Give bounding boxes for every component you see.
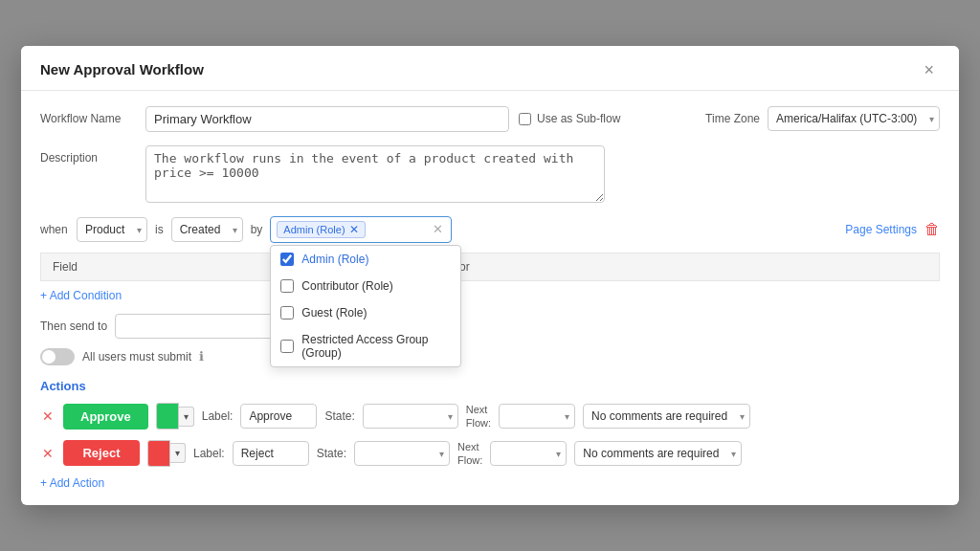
entity-select-wrap: Product bbox=[77, 217, 147, 242]
admin-role-tag-label: Admin (Role) bbox=[283, 224, 345, 235]
conditions-table-header-row: Field Operator bbox=[41, 253, 940, 280]
modal-title: New Approval Workflow bbox=[40, 61, 204, 77]
row-delete-icon[interactable]: 🗑 bbox=[924, 221, 940, 238]
is-label: is bbox=[155, 223, 164, 236]
approve-button[interactable]: Approve bbox=[63, 404, 148, 430]
operator-column-header: Operator bbox=[412, 253, 940, 280]
dropdown-checkbox-admin[interactable] bbox=[280, 253, 294, 266]
subflow-checkbox[interactable] bbox=[519, 113, 531, 125]
timezone-label: Time Zone bbox=[705, 112, 760, 125]
reject-comments-select[interactable]: No comments are required bbox=[574, 441, 742, 466]
approve-state-prefix: State: bbox=[324, 409, 354, 423]
workflow-name-row: Workflow Name Use as Sub-flow Time Zone … bbox=[40, 106, 940, 132]
timezone-select-wrap: America/Halifax (UTC-3:00) bbox=[768, 106, 940, 131]
entity-select[interactable]: Product bbox=[77, 217, 147, 242]
all-users-label: All users must submit bbox=[82, 350, 191, 364]
approve-state-select[interactable] bbox=[363, 404, 458, 429]
actions-title: Actions bbox=[40, 379, 940, 393]
description-textarea[interactable]: The workflow runs in the event of a prod… bbox=[145, 145, 605, 203]
dropdown-item-admin[interactable]: Admin (Role) bbox=[271, 246, 460, 273]
conditions-table: Field Operator bbox=[40, 253, 940, 281]
reject-color-picker: ▾ bbox=[147, 440, 186, 467]
reject-next-flow-label: NextFlow: bbox=[457, 440, 482, 468]
timezone-group: Time Zone America/Halifax (UTC-3:00) bbox=[705, 106, 940, 131]
event-select-wrap: Created bbox=[171, 217, 243, 242]
approve-next-flow-label: NextFlow: bbox=[466, 403, 491, 430]
page-settings-link[interactable]: Page Settings bbox=[845, 223, 917, 236]
then-send-to-label: Then send to bbox=[40, 320, 107, 333]
approve-comments-select[interactable]: No comments are required bbox=[583, 404, 750, 429]
modal-header: New Approval Workflow × bbox=[21, 46, 959, 91]
admin-role-tag-remove[interactable]: ✕ bbox=[349, 224, 359, 235]
add-condition-button[interactable]: + Add Condition bbox=[40, 289, 940, 302]
subflow-label: Use as Sub-flow bbox=[537, 112, 620, 125]
description-label: Description bbox=[40, 145, 145, 165]
add-action-button[interactable]: + Add Action bbox=[40, 476, 940, 490]
tag-clear-button[interactable]: ✕ bbox=[431, 222, 445, 236]
admin-role-tag: Admin (Role) ✕ bbox=[277, 221, 365, 238]
dropdown-label-guest: Guest (Role) bbox=[301, 306, 367, 320]
dropdown-item-guest[interactable]: Guest (Role) bbox=[271, 299, 460, 326]
when-label: when bbox=[40, 223, 69, 236]
all-users-toggle[interactable] bbox=[40, 348, 75, 365]
reject-state-select-wrap bbox=[354, 441, 450, 466]
dropdown-label-admin: Admin (Role) bbox=[301, 253, 368, 266]
workflow-name-wrap: Use as Sub-flow Time Zone America/Halifa… bbox=[145, 106, 940, 132]
reject-next-flow-select[interactable] bbox=[490, 441, 567, 466]
reject-label-prefix: Label: bbox=[193, 447, 225, 460]
role-tag-input[interactable]: Admin (Role) ✕ ✕ bbox=[270, 216, 451, 243]
reject-label-input[interactable] bbox=[233, 441, 309, 466]
approve-label-prefix: Label: bbox=[202, 409, 234, 423]
send-to-select[interactable] bbox=[115, 314, 287, 339]
info-icon[interactable]: ℹ bbox=[199, 349, 204, 364]
action-row-approve: ✕ Approve ▾ Label: State: NextFlow: bbox=[40, 403, 940, 430]
then-row: Then send to for processing. bbox=[40, 314, 940, 339]
description-wrap: The workflow runs in the event of a prod… bbox=[145, 145, 940, 203]
reject-remove-icon[interactable]: ✕ bbox=[40, 444, 56, 463]
reject-comments-select-wrap: No comments are required bbox=[574, 441, 742, 466]
approve-color-picker: ▾ bbox=[156, 403, 194, 430]
reject-button[interactable]: Reject bbox=[63, 440, 140, 466]
dropdown-label-contributor: Contributor (Role) bbox=[301, 279, 392, 293]
approve-comments-select-wrap: No comments are required bbox=[583, 404, 750, 429]
approve-state-select-wrap bbox=[363, 404, 458, 429]
dropdown-checkbox-restricted[interactable] bbox=[280, 340, 294, 353]
dropdown-checkbox-guest[interactable] bbox=[280, 306, 294, 320]
modal-body: Workflow Name Use as Sub-flow Time Zone … bbox=[21, 91, 959, 505]
reject-state-select[interactable] bbox=[354, 441, 450, 466]
workflow-name-input[interactable] bbox=[145, 106, 509, 132]
role-dropdown-menu: Admin (Role) Contributor (Role) Guest (R… bbox=[270, 245, 461, 367]
dropdown-item-contributor[interactable]: Contributor (Role) bbox=[271, 273, 460, 299]
approve-next-flow-select[interactable] bbox=[499, 404, 575, 429]
reject-color-swatch[interactable] bbox=[147, 440, 170, 467]
workflow-name-label: Workflow Name bbox=[40, 106, 145, 125]
reject-state-prefix: State: bbox=[317, 447, 346, 460]
when-row: when Product is Created by bbox=[40, 216, 940, 243]
modal-close-button[interactable]: × bbox=[918, 59, 940, 80]
reject-color-dropdown[interactable]: ▾ bbox=[170, 443, 186, 463]
timezone-select[interactable]: America/Halifax (UTC-3:00) bbox=[768, 106, 940, 131]
role-selector-container: Admin (Role) ✕ ✕ Admin (Role) bbox=[270, 216, 451, 243]
toggle-row: All users must submit ℹ bbox=[40, 348, 940, 365]
description-row: Description The workflow runs in the eve… bbox=[40, 145, 940, 203]
subflow-checkbox-wrap: Use as Sub-flow bbox=[519, 112, 620, 125]
approve-next-flow-select-wrap bbox=[499, 404, 575, 429]
approve-color-swatch[interactable] bbox=[156, 403, 179, 430]
role-search-input[interactable] bbox=[369, 223, 427, 236]
approve-remove-icon[interactable]: ✕ bbox=[40, 407, 56, 426]
approve-label-input[interactable] bbox=[240, 404, 317, 429]
send-to-select-wrap bbox=[115, 314, 287, 339]
by-label: by bbox=[251, 223, 263, 236]
dropdown-label-restricted: Restricted Access Group (Group) bbox=[301, 333, 451, 360]
action-row-reject: ✕ Reject ▾ Label: State: NextFlow: bbox=[40, 440, 940, 468]
reject-next-flow-select-wrap bbox=[490, 441, 567, 466]
approve-color-dropdown[interactable]: ▾ bbox=[179, 407, 194, 427]
event-select[interactable]: Created bbox=[171, 217, 243, 242]
dropdown-item-restricted[interactable]: Restricted Access Group (Group) bbox=[271, 326, 460, 366]
dropdown-checkbox-contributor[interactable] bbox=[280, 279, 294, 293]
